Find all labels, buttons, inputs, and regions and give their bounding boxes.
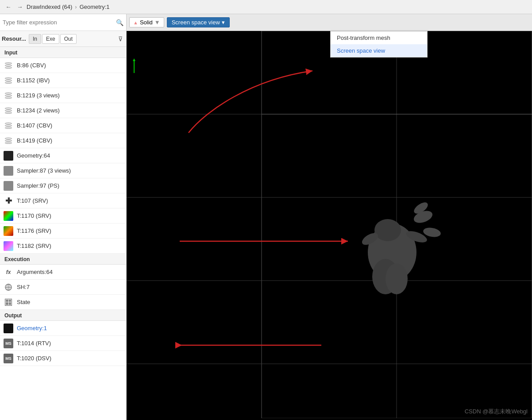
dropdown-item-label: Screen space view <box>337 47 385 54</box>
item-label: T:1182 (SRV) <box>17 243 51 249</box>
svg-point-15 <box>374 219 401 241</box>
forward-button[interactable]: → <box>15 2 25 12</box>
resource-list: Input B:86 (CBV) B:1152 (IBV) B:1219 (3 … <box>0 47 126 420</box>
list-item[interactable]: T:1170 (SRV) <box>0 208 126 223</box>
db-icon <box>4 106 13 116</box>
texture-color1-icon <box>4 211 13 221</box>
view-arrow-icon: ▾ <box>222 19 225 26</box>
list-item[interactable]: Sampler:97 (PS) <box>0 178 126 193</box>
annotation-arrow-top <box>162 44 339 142</box>
item-label: B:1152 (IBV) <box>17 77 50 84</box>
axes-indicator <box>132 58 145 77</box>
item-label: T:1176 (SRV) <box>17 227 51 234</box>
back-button[interactable]: ← <box>4 2 13 12</box>
texture-color3-icon <box>4 241 13 251</box>
db-icon <box>4 61 13 70</box>
item-label: T:107 (SRV) <box>17 197 48 204</box>
item-label: Sampler:97 (PS) <box>17 182 59 189</box>
ms-icon: MS <box>4 354 13 363</box>
left-panel: 🔍 Resour... In Exe Out ⊽ Input B:86 (CBV… <box>0 14 127 420</box>
view-dropdown[interactable]: Screen space view ▾ <box>167 17 230 27</box>
annotation-arrow-bottom <box>171 332 326 367</box>
breadcrumb-current: Geometry:1 <box>80 4 110 10</box>
db-icon <box>4 121 13 131</box>
db-icon <box>4 76 13 85</box>
viewport-area: CSDN @慕志未晚Webgl <box>127 31 532 420</box>
dropdown-item-screen-space[interactable]: Screen space view <box>331 44 427 57</box>
ms-icon: MS <box>4 339 13 348</box>
list-item[interactable]: MS T:1020 (DSV) <box>0 351 126 366</box>
grid-icon <box>4 297 13 307</box>
filter-icon-button[interactable]: ⊽ <box>116 35 124 43</box>
section-input-header: Input <box>0 47 126 58</box>
solid-triangle-icon: ▲ <box>133 20 138 25</box>
tab-out[interactable]: Out <box>60 34 77 44</box>
list-item[interactable]: B:1407 (CBV) <box>0 118 126 133</box>
list-item[interactable]: T:1176 (SRV) <box>0 223 126 239</box>
item-label: B:86 (CBV) <box>17 62 46 69</box>
geo-icon <box>4 151 13 161</box>
grid-overlay <box>127 31 532 418</box>
breadcrumb-separator: › <box>75 4 77 10</box>
list-item[interactable]: B:1419 (CBV) <box>0 133 126 148</box>
solid-label: Solid <box>140 19 153 26</box>
list-item[interactable]: Geometry:64 <box>0 148 126 163</box>
tabs-row: Resour... In Exe Out ⊽ <box>0 31 126 47</box>
right-panel: ▲ Solid ▼ Screen space view ▾ Post-trans… <box>127 14 532 420</box>
section-output-header: Output <box>0 310 126 321</box>
sampler-icon <box>4 181 13 191</box>
filter-input[interactable] <box>3 19 114 26</box>
item-label: B:1219 (3 views) <box>17 92 60 99</box>
character-silhouette <box>343 164 441 297</box>
fx-icon: fx <box>4 267 13 277</box>
geo1-icon <box>4 324 13 333</box>
item-label: Sampler:87 (3 views) <box>17 167 71 174</box>
list-item[interactable]: B:1219 (3 views) <box>0 88 126 103</box>
item-label: T:1170 (SRV) <box>17 212 51 219</box>
db-icon <box>4 136 13 146</box>
list-item[interactable]: Sampler:87 (3 views) <box>0 163 126 178</box>
item-label: T:1014 (RTV) <box>17 340 51 347</box>
view-label: Screen space view <box>172 19 220 26</box>
list-item[interactable]: MS T:1014 (RTV) <box>0 336 126 351</box>
breadcrumb-bar: ← → DrawIndexed (64) › Geometry:1 <box>0 0 532 14</box>
dropdown-menu: Post-transform mesh Screen space view <box>330 31 428 58</box>
list-item[interactable]: fx Arguments:64 <box>0 265 126 280</box>
resources-label: Resour... <box>2 35 26 42</box>
list-item[interactable]: B:1152 (IBV) <box>0 73 126 88</box>
cross-icon: ✚ <box>4 196 13 206</box>
list-item-geometry1[interactable]: Geometry:1 <box>0 321 126 336</box>
tab-in[interactable]: In <box>29 34 41 44</box>
svg-point-22 <box>386 263 408 294</box>
list-item[interactable]: T:1182 (SRV) <box>0 239 126 254</box>
main-layout: 🔍 Resour... In Exe Out ⊽ Input B:86 (CBV… <box>0 14 532 420</box>
list-item[interactable]: SH:7 <box>0 280 126 295</box>
list-item-state[interactable]: State <box>0 295 126 310</box>
solid-dropdown[interactable]: ▲ Solid ▼ <box>129 17 164 27</box>
tab-exe[interactable]: Exe <box>42 34 59 44</box>
sh-icon <box>4 282 13 292</box>
db-icon <box>4 91 13 100</box>
item-label: T:1020 (DSV) <box>17 355 51 362</box>
item-label: State <box>17 299 30 305</box>
item-label: B:1407 (CBV) <box>17 122 52 129</box>
watermark: CSDN @慕志未晚Webgl <box>465 408 528 416</box>
section-execution-header: Execution <box>0 254 126 265</box>
solid-arrow-icon: ▼ <box>154 19 160 26</box>
item-label: SH:7 <box>17 284 30 290</box>
list-item[interactable]: B:1234 (2 views) <box>0 103 126 118</box>
svg-point-19 <box>423 227 441 239</box>
item-label: Geometry:64 <box>17 152 50 159</box>
dropdown-item-post-transform[interactable]: Post-transform mesh <box>331 31 427 44</box>
item-label: B:1419 (CBV) <box>17 137 52 144</box>
filter-row: 🔍 <box>0 14 126 31</box>
breadcrumb-parent[interactable]: DrawIndexed (64) <box>27 4 72 10</box>
texture-color2-icon <box>4 226 13 236</box>
list-item[interactable]: B:86 (CBV) <box>0 58 126 73</box>
annotation-arrow-middle <box>171 226 370 261</box>
dropdown-item-label: Post-transform mesh <box>337 35 390 41</box>
geometry1-label: Geometry:1 <box>17 325 47 331</box>
list-item[interactable]: ✚ T:107 (SRV) <box>0 193 126 208</box>
svg-marker-5 <box>133 58 135 61</box>
search-icon: 🔍 <box>116 19 123 26</box>
